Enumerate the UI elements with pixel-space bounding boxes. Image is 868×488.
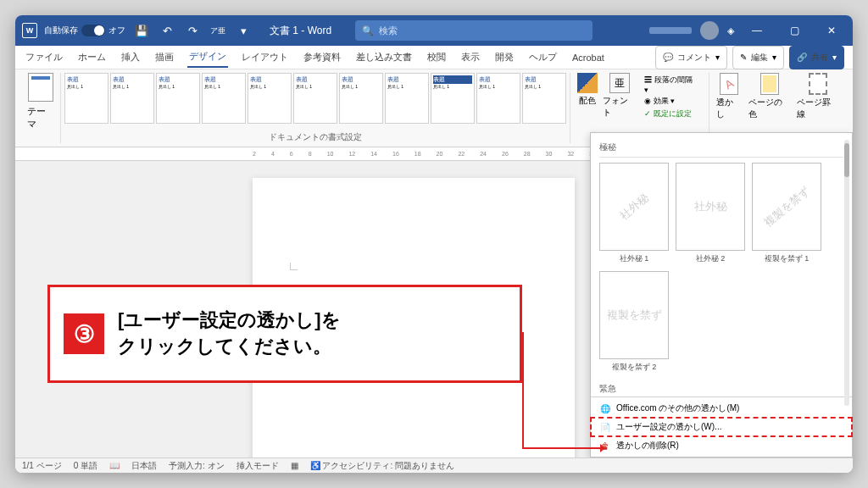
format-card[interactable]: 表題見出し 1 — [385, 73, 429, 124]
tab-review[interactable]: 校閲 — [426, 47, 448, 67]
colors-label: 配色 — [579, 95, 596, 107]
diamond-icon[interactable]: ◈ — [727, 25, 734, 36]
fonts-label: フォント — [603, 95, 637, 119]
tab-acrobat[interactable]: Acrobat — [570, 49, 606, 66]
format-card[interactable]: 表題見出し 1 — [476, 73, 520, 124]
tab-design[interactable]: デザイン — [187, 47, 228, 68]
tab-view[interactable]: 表示 — [459, 47, 481, 67]
watermark-category: 緊急 — [599, 380, 843, 396]
autosave-label: 自動保存 — [44, 25, 78, 36]
tab-references[interactable]: 参考資料 — [302, 47, 342, 67]
scrollbar[interactable] — [844, 140, 849, 406]
watermark-option[interactable]: 複製を禁ず複製を禁ず 1 — [752, 163, 821, 264]
insert-mode[interactable]: 挿入モード — [236, 460, 279, 472]
set-default-button[interactable]: ✓ 既定に設定 — [644, 108, 698, 119]
format-card[interactable]: 表題見出し 1 — [431, 73, 475, 124]
autosave-toggle[interactable]: 自動保存 オフ — [44, 25, 125, 36]
search-icon: 🔍 — [362, 25, 374, 36]
search-placeholder: 検索 — [379, 25, 398, 37]
watermark-gallery: 極秘 社外秘社外秘 1 社外秘社外秘 2 複製を禁ず複製を禁ず 1 複製を禁ず複… — [591, 133, 852, 396]
format-card[interactable]: 表題見出し 1 — [293, 73, 337, 124]
watermark-icon — [720, 73, 738, 95]
tab-help[interactable]: ヘルプ — [527, 47, 559, 67]
predictive-input[interactable]: 予測入力: オン — [169, 460, 225, 472]
doc-format-label: ドキュメントの書式設定 — [64, 130, 566, 143]
theme-group: テーマ — [22, 73, 61, 143]
autosave-state: オフ — [108, 25, 125, 36]
page-border-icon — [809, 73, 827, 95]
statusbar: 1/1 ページ 0 単語 📖 日本語 予測入力: オン 挿入モード ▦ ♿ アク… — [15, 458, 853, 473]
format-card[interactable]: 表題見出し 1 — [522, 73, 566, 124]
comment-button[interactable]: 💬 コメント ▾ — [655, 46, 727, 69]
callout-connector — [522, 332, 607, 449]
watermark-category: 極秘 — [599, 138, 843, 158]
font-quick-icon[interactable]: ア亜 — [209, 21, 227, 40]
watermark-button[interactable]: 透かし — [716, 73, 742, 120]
username-redacted — [649, 27, 692, 34]
format-card[interactable]: 表題見出し 1 — [110, 73, 154, 124]
page-color-icon — [760, 73, 779, 95]
save-icon[interactable]: 💾 — [132, 21, 151, 40]
effects-button[interactable]: ◉ 効果 ▾ — [644, 96, 698, 107]
theme-icon[interactable] — [28, 73, 53, 102]
tab-mailings[interactable]: 差し込み文書 — [354, 47, 414, 67]
colors-icon[interactable] — [577, 73, 598, 93]
callout-step-number: ③ — [64, 313, 104, 354]
word-app-icon: W — [22, 23, 37, 38]
format-card[interactable]: 表題見出し 1 — [156, 73, 200, 124]
format-card[interactable]: 表題見出し 1 — [248, 73, 292, 124]
doc-formats-group: 表題見出し 1 表題見出し 1 表題見出し 1 表題見出し 1 表題見出し 1 … — [61, 73, 570, 143]
titlebar-right: ◈ — ▢ ✕ — [649, 19, 846, 42]
ribbon-actions: 💬 コメント ▾ ✎ 編集 ▾ 🔗 共有 ▾ — [655, 46, 844, 69]
user-avatar[interactable] — [700, 21, 719, 40]
spellcheck-icon[interactable]: 📖 — [109, 461, 120, 470]
redo-icon[interactable]: ↷ — [183, 21, 202, 40]
watermark-option[interactable]: 社外秘社外秘 2 — [676, 163, 745, 264]
callout-text: [ユーザー設定の透かし]を クリックしてください。 — [118, 308, 341, 360]
tab-developer[interactable]: 開発 — [493, 47, 515, 67]
remove-watermark[interactable]: 🗑透かしの削除(R) — [591, 436, 852, 455]
instruction-callout: ③ [ユーザー設定の透かし]を クリックしてください。 — [47, 285, 522, 383]
tab-layout[interactable]: レイアウト — [240, 47, 290, 67]
undo-icon[interactable]: ↶ — [158, 21, 176, 40]
edit-button[interactable]: ✎ 編集 ▾ — [732, 46, 784, 69]
share-button[interactable]: 🔗 共有 ▾ — [789, 46, 844, 69]
callout-arrow-icon — [600, 444, 605, 452]
watermark-option[interactable]: 複製を禁ず複製を禁ず 2 — [599, 271, 669, 373]
format-gallery[interactable]: 表題見出し 1 表題見出し 1 表題見出し 1 表題見出し 1 表題見出し 1 … — [64, 73, 566, 130]
tab-home[interactable]: ホーム — [76, 47, 108, 67]
page-count[interactable]: 1/1 ページ — [22, 460, 62, 472]
close-button[interactable]: ✕ — [817, 19, 846, 42]
format-card[interactable]: 表題見出し 1 — [64, 73, 108, 124]
format-card[interactable]: 表題見出し 1 — [339, 73, 383, 124]
toggle-switch-icon — [81, 25, 105, 36]
watermark-dropdown-panel: 極秘 社外秘社外秘 1 社外秘社外秘 2 複製を禁ず複製を禁ず 1 複製を禁ず複… — [590, 132, 853, 458]
watermark-actions: 🌐Office.com のその他の透かし(M) 📄ユーザー設定の透かし(W)..… — [591, 396, 852, 457]
watermark-option[interactable]: 社外秘社外秘 1 — [599, 163, 669, 264]
language-indicator[interactable]: 日本語 — [131, 460, 157, 472]
ribbon-tabs: ファイル ホーム 挿入 描画 デザイン レイアウト 参考資料 差し込み文書 校閲… — [15, 46, 853, 69]
search-input[interactable]: 🔍 検索 — [355, 20, 593, 41]
document-title: 文書 1 - Word — [270, 24, 331, 38]
word-count[interactable]: 0 単語 — [74, 460, 97, 472]
macro-icon[interactable]: ▦ — [291, 461, 298, 470]
overflow-icon[interactable]: ▾ — [234, 21, 253, 40]
titlebar: W 自動保存 オフ 💾 ↶ ↷ ア亜 ▾ 文書 1 - Word 🔍 検索 ◈ … — [15, 15, 853, 46]
fonts-icon[interactable]: 亜 — [609, 73, 630, 93]
page-border-button[interactable]: ページ罫線 — [797, 73, 839, 120]
page-color-button[interactable]: ページの色 — [748, 73, 791, 120]
word-window: W 自動保存 オフ 💾 ↶ ↷ ア亜 ▾ 文書 1 - Word 🔍 検索 ◈ … — [15, 15, 853, 473]
para-spacing-button[interactable]: ☰ 段落の間隔 ▾ — [644, 75, 698, 94]
more-office-watermarks[interactable]: 🌐Office.com のその他の透かし(M) — [591, 399, 852, 418]
minimize-button[interactable]: — — [743, 19, 771, 42]
tab-file[interactable]: ファイル — [24, 47, 64, 67]
theme-label: テーマ — [27, 105, 55, 130]
format-card[interactable]: 表題見出し 1 — [202, 73, 246, 124]
tab-draw[interactable]: 描画 — [153, 47, 175, 67]
tab-insert[interactable]: 挿入 — [120, 47, 142, 67]
accessibility-status[interactable]: ♿ アクセシビリティ: 問題ありません — [310, 460, 454, 472]
custom-watermark[interactable]: 📄ユーザー設定の透かし(W)... — [591, 418, 852, 436]
maximize-button[interactable]: ▢ — [780, 19, 809, 42]
